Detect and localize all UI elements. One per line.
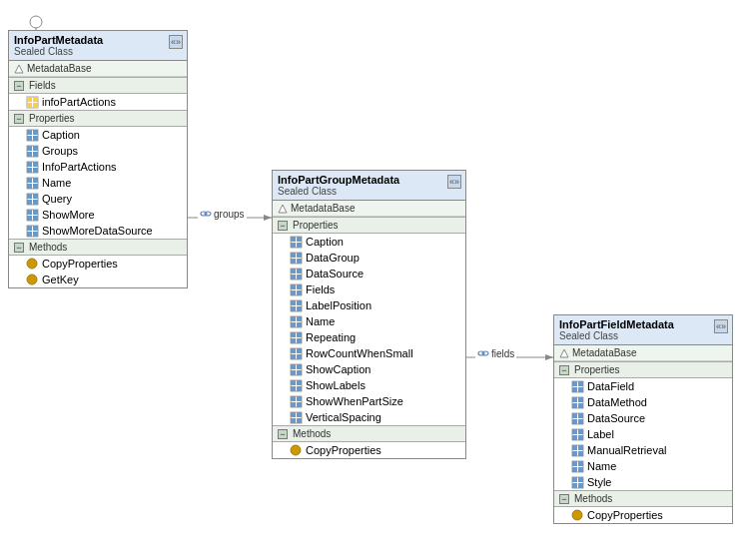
svg-rect-81 <box>291 316 296 321</box>
fields-section-header-1[interactable]: − Fields <box>9 77 187 94</box>
svg-rect-23 <box>27 146 32 151</box>
methods-label-1: Methods <box>29 242 67 253</box>
svg-rect-138 <box>572 445 577 450</box>
svg-rect-134 <box>578 429 583 434</box>
method-icon-3a <box>570 508 584 522</box>
svg-rect-57 <box>297 237 302 242</box>
prop-icon-2c <box>289 267 303 280</box>
prop-name-Groups-1: Groups <box>42 145 78 157</box>
properties-label-1: Properties <box>29 113 75 124</box>
svg-rect-140 <box>572 451 577 456</box>
svg-rect-72 <box>297 284 302 289</box>
svg-rect-128 <box>572 413 577 418</box>
methods-label-2: Methods <box>293 428 331 439</box>
prop-icon-3g <box>570 475 584 489</box>
properties-minus-3[interactable]: − <box>559 365 569 375</box>
methods-minus-2[interactable]: − <box>278 429 288 439</box>
svg-rect-121 <box>578 387 583 392</box>
info-part-field-metadata-box: InfoPartFieldMetadata Sealed Class «» Me… <box>553 314 733 524</box>
properties-minus-2[interactable]: − <box>278 221 288 231</box>
prop-Name-3: Name <box>554 458 732 474</box>
svg-rect-149 <box>578 477 583 482</box>
svg-rect-96 <box>291 364 296 369</box>
collapse-btn-2[interactable]: «» <box>447 175 461 189</box>
prop-Repeating-2: Repeating <box>273 329 465 345</box>
prop-icon-2b <box>289 251 303 265</box>
svg-rect-19 <box>33 130 38 135</box>
prop-name-ShowMore-1: ShowMore <box>42 209 95 221</box>
svg-rect-123 <box>572 397 577 402</box>
method-name-CopyProperties-3: CopyProperties <box>587 509 663 521</box>
svg-rect-146 <box>578 467 583 472</box>
methods-minus-3[interactable]: − <box>559 494 569 504</box>
svg-rect-114 <box>297 418 302 423</box>
methods-label-3: Methods <box>574 493 612 504</box>
fields-label: fields <box>491 348 514 359</box>
prop-DataMethod-3: DataMethod <box>554 394 732 410</box>
collapse-btn-1[interactable]: «» <box>169 35 183 49</box>
prop-Label-3: Label <box>554 426 732 442</box>
method-CopyProperties-1: CopyProperties <box>9 256 187 272</box>
inherit-icon-1 <box>14 64 24 74</box>
class-name-1: InfoPartMetadata <box>14 34 182 46</box>
svg-rect-113 <box>291 418 296 423</box>
fields-minus-1[interactable]: − <box>14 81 24 91</box>
svg-rect-41 <box>33 200 38 205</box>
methods-minus-1[interactable]: − <box>14 243 24 253</box>
svg-rect-126 <box>578 403 583 408</box>
prop-Groups-1: Groups <box>9 143 187 159</box>
methods-section-header-3[interactable]: − Methods <box>554 490 732 507</box>
class-name-3: InfoPartFieldMetadata <box>559 318 727 330</box>
svg-rect-63 <box>291 259 296 264</box>
prop-icon-2j <box>289 378 303 392</box>
svg-marker-116 <box>560 349 568 357</box>
prop-DataSource-3: DataSource <box>554 410 732 426</box>
properties-minus-1[interactable]: − <box>14 114 24 124</box>
svg-rect-104 <box>297 386 302 391</box>
svg-rect-88 <box>291 338 296 343</box>
svg-rect-58 <box>291 243 296 248</box>
svg-rect-107 <box>297 396 302 401</box>
prop-name-ShowWhenPartSize-2: ShowWhenPartSize <box>306 395 403 407</box>
collapse-btn-3[interactable]: «» <box>714 319 728 333</box>
properties-section-header-1[interactable]: − Properties <box>9 110 187 127</box>
svg-rect-45 <box>27 216 32 221</box>
svg-rect-112 <box>297 412 302 417</box>
properties-label-3: Properties <box>574 364 620 375</box>
parent-name-2: MetadataBase <box>291 203 356 214</box>
svg-rect-98 <box>291 370 296 375</box>
methods-section-header-2[interactable]: − Methods <box>273 425 465 442</box>
svg-rect-61 <box>291 253 296 258</box>
prop-icon-3b <box>570 395 584 409</box>
groups-connector-label: groups <box>198 208 247 220</box>
svg-rect-148 <box>572 477 577 482</box>
methods-section-header-1[interactable]: − Methods <box>9 239 187 256</box>
prop-name-ShowLabels-2: ShowLabels <box>306 379 366 391</box>
prop-name-LabelPosition-2: LabelPosition <box>306 299 371 311</box>
svg-rect-120 <box>572 387 577 392</box>
prop-name-Caption-1: Caption <box>42 129 80 141</box>
prop-name-DataField-3: DataField <box>587 380 634 392</box>
svg-rect-141 <box>578 451 583 456</box>
svg-rect-144 <box>578 461 583 466</box>
properties-section-header-2[interactable]: − Properties <box>273 217 465 234</box>
prop-name-ShowMoreDataSource-1: ShowMoreDataSource <box>42 225 153 237</box>
prop-icon-2g <box>289 330 303 344</box>
field-name-infoPartActions: infoPartActions <box>42 96 116 108</box>
svg-rect-25 <box>27 152 32 157</box>
link-icon2 <box>477 347 489 359</box>
method-icon-1b <box>25 273 39 286</box>
svg-rect-145 <box>572 467 577 472</box>
svg-rect-106 <box>291 396 296 401</box>
prop-icon-3c <box>570 411 584 425</box>
svg-rect-108 <box>291 402 296 407</box>
method-name-GetKey-1: GetKey <box>42 274 79 285</box>
properties-section-header-3[interactable]: − Properties <box>554 361 732 378</box>
svg-rect-49 <box>33 226 38 231</box>
svg-rect-43 <box>27 210 32 215</box>
svg-rect-36 <box>33 184 38 189</box>
svg-rect-64 <box>297 259 302 264</box>
svg-rect-38 <box>27 194 32 199</box>
svg-rect-16 <box>33 103 38 108</box>
svg-rect-46 <box>33 216 38 221</box>
